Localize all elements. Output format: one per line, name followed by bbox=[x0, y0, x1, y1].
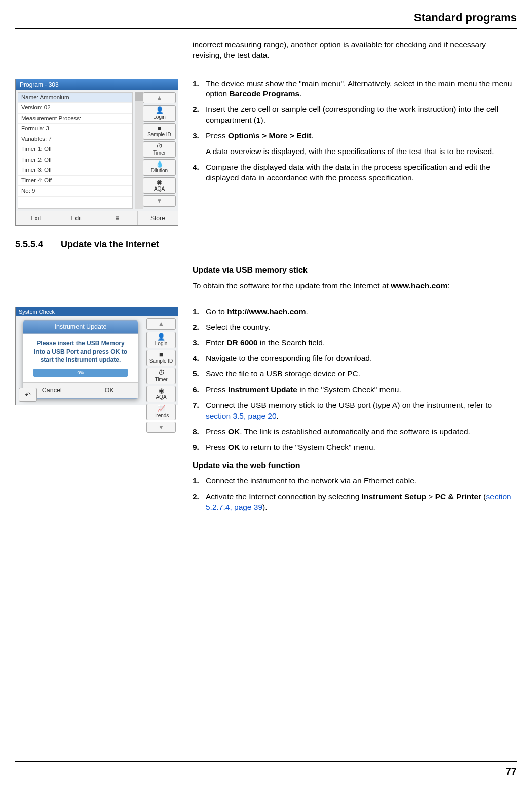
shot2-topstrip: System Check bbox=[16, 307, 178, 317]
running-header: Standard programs bbox=[15, 10, 517, 29]
arrow-down-icon: ▼ bbox=[143, 195, 176, 206]
bottom-button: Edit bbox=[56, 211, 97, 225]
step-item: 3.Press Option\s > More > Edit. bbox=[193, 131, 517, 141]
bottom-button: 🖥 bbox=[97, 211, 138, 225]
shot1-row: Variables: 7 bbox=[18, 134, 132, 145]
step-item: 6.Press Instrument Update in the "System… bbox=[193, 385, 517, 395]
bottom-button: Exit bbox=[16, 211, 56, 225]
step-item: 3.Enter DR 6000 in the Search field. bbox=[193, 337, 517, 348]
page-number: 77 bbox=[15, 761, 517, 778]
shot1-side-buttons: ▲ 👤Login■Sample ID⏱Timer💧Dilution◉AQA ▼ bbox=[143, 90, 178, 211]
side-button: 👤Login bbox=[146, 332, 176, 349]
ok-button: OK bbox=[81, 383, 138, 398]
shot1-bottom-bar: ExitEdit🖥Store bbox=[16, 211, 178, 225]
steps-block-1: 1.The device must show the "main menu". … bbox=[193, 79, 517, 183]
bottom-button: Store bbox=[138, 211, 178, 225]
shot2-side-list: 👤Login■Sample ID⏱Timer◉AQA📈Trends bbox=[146, 332, 176, 421]
step-item: 7.Connect the USB memory stick to the US… bbox=[193, 400, 517, 422]
step-item: 1.Connect the instrument to the network … bbox=[193, 476, 517, 486]
step-item: 2.Insert the zero cell or sample cell (c… bbox=[193, 104, 517, 126]
side-button: ⏱Timer bbox=[143, 141, 176, 158]
steps-block-3: 1.Connect the instrument to the network … bbox=[193, 476, 517, 513]
usb-intro: To obtain the software for the update fr… bbox=[193, 281, 517, 291]
progress-bar: 0% bbox=[33, 369, 128, 377]
arrow-down-icon: ▼ bbox=[146, 422, 176, 433]
scrollbar bbox=[135, 92, 143, 209]
shot2-side-buttons: ▲ 👤Login■Sample ID⏱Timer◉AQA📈Trends ▼ bbox=[144, 316, 178, 405]
modal-message: Please insert the USB Memory into a USB … bbox=[23, 334, 138, 367]
step-item: 1.Go to http://www.hach.com. bbox=[193, 307, 517, 317]
step-item: 9.Press OK to return to the "System Chec… bbox=[193, 442, 517, 453]
side-button: ◉AQA bbox=[146, 386, 176, 402]
step-note: A data overview is displayed, with the s… bbox=[193, 146, 517, 157]
shot1-row: Version: 02 bbox=[18, 103, 132, 114]
intro-fragment: incorrect measuring range), another opti… bbox=[193, 40, 517, 61]
side-button: ⏱Timer bbox=[146, 368, 176, 385]
screenshot-instrument-update: System Check Instrument Update Please in… bbox=[15, 307, 178, 406]
web-subheading: Update via the web function bbox=[193, 460, 517, 471]
side-button: ◉AQA bbox=[143, 177, 176, 194]
steps-block-2: 1.Go to http://www.hach.com.2.Select the… bbox=[193, 307, 517, 453]
shot1-row: Measurement Process: bbox=[18, 114, 132, 124]
arrow-up-icon: ▲ bbox=[146, 318, 176, 329]
shot1-row: Timer 4: Off bbox=[18, 176, 132, 186]
pc-icon: 🖥 bbox=[114, 215, 120, 222]
screenshot-program-303: Program - 303 Name: AmmoniumVersion: 02M… bbox=[15, 79, 178, 226]
side-button: ■Sample ID bbox=[143, 123, 176, 140]
back-icon: ↶ bbox=[19, 388, 37, 402]
step-item: 2.Select the country. bbox=[193, 322, 517, 333]
shot1-row: No: 9 bbox=[18, 186, 132, 197]
side-button: ■Sample ID bbox=[146, 350, 176, 366]
side-button: 👤Login bbox=[143, 105, 176, 122]
shot1-row: Timer 1: Off bbox=[18, 144, 132, 155]
step-item: 4.Compare the displayed data with the da… bbox=[193, 162, 517, 183]
step-item: 1.The device must show the "main menu". … bbox=[193, 79, 517, 100]
modal-title: Instrument Update bbox=[23, 321, 138, 334]
shot1-row: Timer 3: Off bbox=[18, 165, 132, 176]
shot1-data-list: Name: AmmoniumVersion: 02Measurement Pro… bbox=[18, 92, 133, 209]
shot1-titlebar: Program - 303 bbox=[16, 79, 178, 90]
section-heading-5-5-5-4: 5.5.5.4 Update via the Internet bbox=[15, 238, 517, 250]
step-item: 2.Activate the Internet connection by se… bbox=[193, 492, 517, 513]
step-item: 5.Save the file to a USB storage device … bbox=[193, 369, 517, 380]
instrument-update-modal: Instrument Update Please insert the USB … bbox=[23, 320, 138, 398]
arrow-up-icon: ▲ bbox=[143, 92, 176, 103]
side-button: 📈Trends bbox=[146, 404, 176, 421]
side-button: 💧Dilution bbox=[143, 159, 176, 176]
usb-subheading: Update via USB memory stick bbox=[193, 265, 517, 276]
shot1-row: Timer 2: Off bbox=[18, 155, 132, 166]
shot1-side-list: 👤Login■Sample ID⏱Timer💧Dilution◉AQA bbox=[143, 105, 176, 194]
shot1-row: Formula: 3 bbox=[18, 124, 132, 134]
step-item: 8.Press OK. The link is established auto… bbox=[193, 427, 517, 437]
step-item: 4.Navigate to the corresponding file for… bbox=[193, 353, 517, 364]
shot1-row: Name: Ammonium bbox=[18, 93, 132, 103]
